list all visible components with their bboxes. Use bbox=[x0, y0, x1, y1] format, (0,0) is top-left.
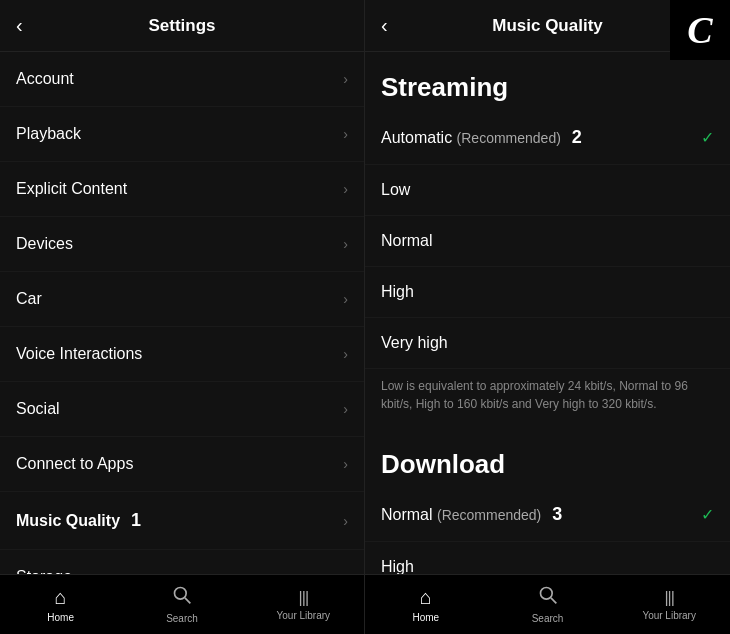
settings-item-label-connect-to-apps: Connect to Apps bbox=[16, 455, 133, 473]
settings-item-devices[interactable]: Devices› bbox=[0, 217, 364, 272]
search-icon-left bbox=[172, 585, 192, 610]
nav-library-right[interactable]: ||| Your Library bbox=[608, 589, 730, 621]
chevron-icon-devices: › bbox=[343, 236, 348, 252]
streaming-heading: Streaming bbox=[365, 52, 730, 111]
search-label-left: Search bbox=[166, 613, 198, 624]
left-bottom-nav: ⌂ Home Search ||| Your Library bbox=[0, 574, 364, 634]
back-icon-right[interactable]: ‹ bbox=[381, 14, 388, 37]
streaming-automatic-recommended: (Recommended) bbox=[457, 130, 561, 146]
nav-search-right[interactable]: Search bbox=[487, 585, 609, 624]
settings-item-social[interactable]: Social› bbox=[0, 382, 364, 437]
settings-item-label-voice-interactions: Voice Interactions bbox=[16, 345, 142, 363]
chevron-icon-playback: › bbox=[343, 126, 348, 142]
download-normal-label: Normal (Recommended) 3 bbox=[381, 504, 562, 525]
settings-header: ‹ Settings bbox=[0, 0, 364, 52]
settings-item-explicit-content[interactable]: Explicit Content› bbox=[0, 162, 364, 217]
settings-item-storage[interactable]: Storage› bbox=[0, 550, 364, 574]
music-quality-panel: C ‹ Music Quality Streaming Automatic (R… bbox=[365, 0, 730, 634]
svg-line-3 bbox=[550, 598, 555, 603]
streaming-low[interactable]: Low bbox=[365, 165, 730, 216]
streaming-high-label: High bbox=[381, 283, 414, 301]
nav-library-left[interactable]: ||| Your Library bbox=[243, 589, 364, 621]
search-icon-right bbox=[538, 585, 558, 610]
settings-item-label-playback: Playback bbox=[16, 125, 81, 143]
search-label-right: Search bbox=[532, 613, 564, 624]
svg-point-2 bbox=[540, 588, 552, 600]
chevron-icon-account: › bbox=[343, 71, 348, 87]
svg-point-0 bbox=[174, 588, 186, 600]
svg-line-1 bbox=[185, 598, 190, 603]
chevron-icon-music-quality: › bbox=[343, 513, 348, 529]
settings-item-label-social: Social bbox=[16, 400, 60, 418]
streaming-high[interactable]: High bbox=[365, 267, 730, 318]
streaming-automatic-badge: 2 bbox=[567, 127, 582, 147]
download-heading: Download bbox=[365, 429, 730, 488]
streaming-automatic-label: Automatic (Recommended) 2 bbox=[381, 127, 582, 148]
chevron-icon-connect-to-apps: › bbox=[343, 456, 348, 472]
settings-item-voice-interactions[interactable]: Voice Interactions› bbox=[0, 327, 364, 382]
download-normal-check: ✓ bbox=[701, 505, 714, 524]
library-label-right: Your Library bbox=[642, 610, 696, 621]
streaming-very-high-label: Very high bbox=[381, 334, 448, 352]
settings-item-label-music-quality: Music Quality 1 bbox=[16, 510, 141, 531]
download-high[interactable]: High bbox=[365, 542, 730, 574]
streaming-note: Low is equivalent to approximately 24 kb… bbox=[365, 369, 730, 429]
home-label-right: Home bbox=[412, 612, 439, 623]
home-icon-left: ⌂ bbox=[55, 586, 67, 609]
chevron-icon-car: › bbox=[343, 291, 348, 307]
streaming-automatic[interactable]: Automatic (Recommended) 2 ✓ bbox=[365, 111, 730, 165]
settings-item-label-account: Account bbox=[16, 70, 74, 88]
right-bottom-nav: ⌂ Home Search ||| Your Library bbox=[365, 574, 730, 634]
settings-item-car[interactable]: Car› bbox=[0, 272, 364, 327]
nav-home-left[interactable]: ⌂ Home bbox=[0, 586, 121, 623]
home-label-left: Home bbox=[47, 612, 74, 623]
nav-home-right[interactable]: ⌂ Home bbox=[365, 586, 487, 623]
settings-item-playback[interactable]: Playback› bbox=[0, 107, 364, 162]
library-icon-left: ||| bbox=[299, 589, 308, 607]
library-icon-right: ||| bbox=[664, 589, 673, 607]
streaming-very-high[interactable]: Very high bbox=[365, 318, 730, 369]
chevron-icon-explicit-content: › bbox=[343, 181, 348, 197]
download-high-label: High bbox=[381, 558, 414, 574]
streaming-automatic-check: ✓ bbox=[701, 128, 714, 147]
download-normal-badge: 3 bbox=[547, 504, 562, 524]
logo-letter: C bbox=[687, 8, 712, 52]
settings-item-music-quality[interactable]: Music Quality 1› bbox=[0, 492, 364, 550]
streaming-low-label: Low bbox=[381, 181, 410, 199]
settings-item-connect-to-apps[interactable]: Connect to Apps› bbox=[0, 437, 364, 492]
music-quality-title: Music Quality bbox=[492, 16, 603, 36]
chevron-icon-social: › bbox=[343, 401, 348, 417]
download-normal[interactable]: Normal (Recommended) 3 ✓ bbox=[365, 488, 730, 542]
settings-item-label-explicit-content: Explicit Content bbox=[16, 180, 127, 198]
logo-badge: C bbox=[670, 0, 730, 60]
settings-item-account[interactable]: Account› bbox=[0, 52, 364, 107]
streaming-normal[interactable]: Normal bbox=[365, 216, 730, 267]
chevron-icon-voice-interactions: › bbox=[343, 346, 348, 362]
back-icon[interactable]: ‹ bbox=[16, 14, 23, 37]
settings-item-label-car: Car bbox=[16, 290, 42, 308]
download-normal-recommended: (Recommended) bbox=[437, 507, 541, 523]
settings-panel: ‹ Settings Account›Playback›Explicit Con… bbox=[0, 0, 365, 634]
settings-item-label-devices: Devices bbox=[16, 235, 73, 253]
library-label-left: Your Library bbox=[277, 610, 331, 621]
settings-list: Account›Playback›Explicit Content›Device… bbox=[0, 52, 364, 574]
home-icon-right: ⌂ bbox=[420, 586, 432, 609]
settings-title: Settings bbox=[148, 16, 215, 36]
quality-content: Streaming Automatic (Recommended) 2 ✓ Lo… bbox=[365, 52, 730, 574]
nav-search-left[interactable]: Search bbox=[121, 585, 242, 624]
streaming-normal-label: Normal bbox=[381, 232, 433, 250]
